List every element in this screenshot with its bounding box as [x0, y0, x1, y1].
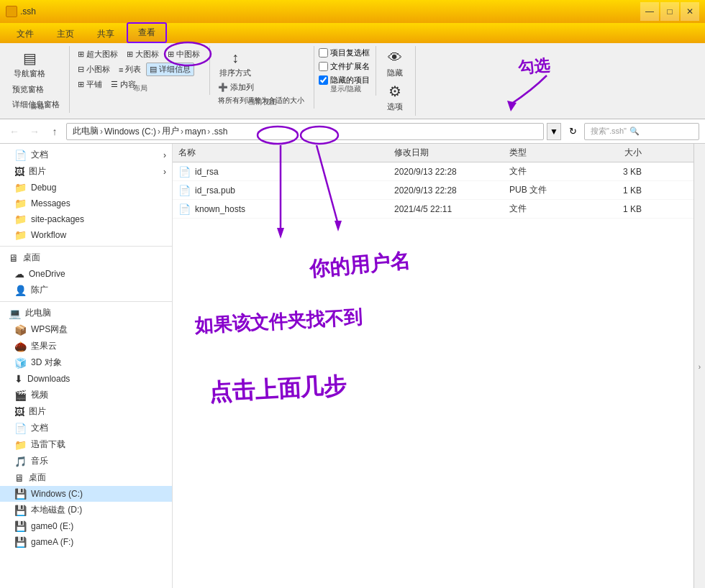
documents-icon: 📄	[14, 150, 27, 161]
address-bar: ← → ↑ 此电脑 › Windows (C:) › 用户 › mayn › .…	[0, 119, 705, 144]
address-dropdown[interactable]: ▼	[547, 123, 561, 140]
sidebar-this-pc-label: 此电脑	[25, 307, 51, 319]
sidebar-item-drive-e[interactable]: 💾 game0 (E:)	[0, 518, 172, 534]
file-extensions-checkbox-container[interactable]: 文件扩展名	[319, 61, 370, 72]
ribbon-tabs: 文件 主页 共享 查看	[0, 23, 705, 43]
side-collapse-button[interactable]: ›	[693, 144, 705, 588]
sidebar-item-windows-c[interactable]: 💾 Windows (C:)	[0, 486, 172, 502]
ribbon-group-show-hide: 项目复选框 文件扩展名 隐藏的项目 显示/隐藏	[316, 46, 376, 96]
sidebar-item-debug[interactable]: 📁 Debug	[0, 180, 172, 196]
file-area: 名称 修改日期 类型 大小 📄 id_rsa 2020/9/13 22:28 文…	[173, 144, 693, 588]
back-button[interactable]: ←	[6, 123, 23, 140]
sidebar-item-onedrive[interactable]: ☁ OneDrive	[0, 266, 172, 282]
sidebar-debug-label: Debug	[31, 183, 56, 193]
project-checkbox[interactable]	[319, 48, 328, 58]
sidebar-item-documents2[interactable]: 📄 文档	[0, 420, 172, 436]
sidebar-item-downloads[interactable]: ⬇ Downloads	[0, 371, 172, 387]
extra-large-icon-button[interactable]: ⊞超大图标	[74, 47, 122, 61]
sidebar-item-3d[interactable]: 🧊 3D 对象	[0, 354, 172, 371]
sidebar-divider-2	[0, 301, 172, 302]
onedrive-icon: ☁	[14, 268, 24, 280]
sidebar-item-music[interactable]: 🎵 音乐	[0, 453, 172, 469]
col-header-date[interactable]: 修改日期	[388, 147, 504, 159]
sidebar-item-pictures[interactable]: 🖼 图片 ›	[0, 163, 172, 180]
sidebar-item-site-packages[interactable]: 📁 site-packages	[0, 211, 172, 227]
file-size-idrsapub: 1 KB	[590, 185, 647, 196]
documents2-icon: 📄	[14, 423, 27, 434]
refresh-button[interactable]: ↻	[564, 123, 581, 140]
path-drive: Windows (C:)	[104, 127, 156, 137]
drive-e-icon: 💾	[14, 520, 27, 532]
maximize-button[interactable]: □	[660, 2, 679, 21]
user-icon: 👤	[14, 285, 27, 296]
path-username: mayn	[185, 127, 206, 137]
medium-icon-button[interactable]: ⊞中图标	[164, 47, 204, 61]
sidebar-item-documents[interactable]: 📄 文档 ›	[0, 147, 172, 163]
nav-pane-button[interactable]: ▤ 导航窗格	[9, 47, 50, 81]
sidebar-wps-label: WPS网盘	[31, 323, 68, 336]
sidebar-item-drive-f[interactable]: 💾 gameA (F:)	[0, 534, 172, 550]
details-button[interactable]: ▤详细信息	[146, 63, 194, 76]
file-extensions-checkbox[interactable]	[319, 62, 328, 71]
sort-by-button[interactable]: ↕ 排序方式	[214, 47, 256, 81]
up-button[interactable]: ↑	[46, 123, 63, 140]
tab-share[interactable]: 共享	[86, 24, 125, 43]
options-label: 选项	[387, 101, 403, 112]
tab-home[interactable]: 主页	[46, 24, 85, 43]
col-header-name[interactable]: 名称	[173, 147, 388, 159]
sidebar-item-desktop2[interactable]: 🖥 桌面	[0, 469, 172, 486]
hide-button[interactable]: 👁 隐藏	[381, 47, 409, 81]
sidebar-nutstore-label: 坚果云	[31, 340, 57, 352]
search-box[interactable]: 搜索".ssh" 🔍	[584, 123, 699, 140]
table-row[interactable]: 📄 known_hosts 2021/4/5 22:11 文件 1 KB	[173, 200, 693, 219]
sidebar-item-thunder[interactable]: 📁 迅雷下载	[0, 436, 172, 453]
sidebar-documents-label: 文档	[31, 149, 48, 161]
file-name-idrsapub: id_rsa.pub	[195, 185, 235, 196]
tab-view[interactable]: 查看	[127, 22, 167, 43]
sidebar-item-wps[interactable]: 📦 WPS网盘	[0, 321, 172, 338]
sidebar: 📄 文档 › 🖼 图片 › 📁 Debug 📁 Messages 📁 site-…	[0, 144, 173, 588]
drive-d-icon: 💾	[14, 505, 27, 516]
file-name-idrsa: id_rsa	[195, 167, 219, 177]
address-path[interactable]: 此电脑 › Windows (C:) › 用户 › mayn › .ssh	[66, 123, 544, 140]
ribbon-group-panes: ▤ 导航窗格 预览窗格 详细信息窗格 窗格	[6, 46, 70, 113]
sidebar-item-videos[interactable]: 🎬 视频	[0, 387, 172, 403]
path-ssh: .ssh	[212, 127, 227, 137]
file-extensions-label: 文件扩展名	[330, 61, 370, 72]
preview-pane-label: 预览窗格	[12, 84, 44, 95]
table-row[interactable]: 📄 id_rsa 2020/9/13 22:28 文件 3 KB	[173, 162, 693, 181]
preview-pane-button[interactable]: 预览窗格	[9, 83, 63, 96]
file-type-idrsapub: PUB 文件	[504, 184, 590, 196]
sidebar-item-pictures2[interactable]: 🖼 图片	[0, 403, 172, 420]
tab-file[interactable]: 文件	[6, 24, 45, 43]
col-header-size[interactable]: 大小	[590, 147, 647, 159]
close-button[interactable]: ✕	[681, 2, 699, 21]
sidebar-item-desktop[interactable]: 🖥 桌面	[0, 249, 172, 266]
debug-icon: 📁	[14, 182, 27, 193]
sidebar-item-user[interactable]: 👤 陈广	[0, 282, 172, 298]
sidebar-item-messages[interactable]: 📁 Messages	[0, 196, 172, 211]
col-header-type[interactable]: 类型	[504, 147, 590, 159]
add-columns-button[interactable]: ➕添加列	[214, 81, 258, 94]
sidebar-drive-e-label: game0 (E:)	[31, 521, 73, 531]
site-packages-icon: 📁	[14, 213, 27, 225]
sidebar-item-drive-d[interactable]: 💾 本地磁盘 (D:)	[0, 502, 172, 518]
minimize-button[interactable]: —	[640, 2, 659, 21]
forward-button[interactable]: →	[26, 123, 43, 140]
sidebar-item-nutstore[interactable]: 🌰 坚果云	[0, 338, 172, 354]
table-row[interactable]: 📄 id_rsa.pub 2020/9/13 22:28 PUB 文件 1 KB	[173, 181, 693, 200]
path-computer: 此电脑	[73, 125, 99, 137]
project-checkbox-container[interactable]: 项目复选框	[319, 47, 370, 58]
small-icon-button[interactable]: ⊟小图标	[74, 63, 114, 76]
sidebar-desktop2-label: 桌面	[29, 472, 46, 484]
show-hide-group-label: 显示/隐藏	[316, 84, 376, 94]
sidebar-item-this-pc[interactable]: 💻 此电脑	[0, 305, 172, 321]
large-icon-button[interactable]: ⊞大图标	[123, 47, 163, 61]
sidebar-pictures-label: 图片	[29, 165, 46, 178]
sidebar-item-workflow[interactable]: 📁 Workflow	[0, 227, 172, 243]
music-icon: 🎵	[14, 456, 27, 467]
layout-row1: ⊞超大图标 ⊞大图标 ⊞中图标	[74, 47, 204, 61]
layout-row2: ⊟小图标 ≡列表 ▤详细信息	[74, 63, 194, 76]
list-button[interactable]: ≡列表	[115, 63, 145, 76]
options-button[interactable]: ⚙ 选项	[381, 81, 409, 114]
